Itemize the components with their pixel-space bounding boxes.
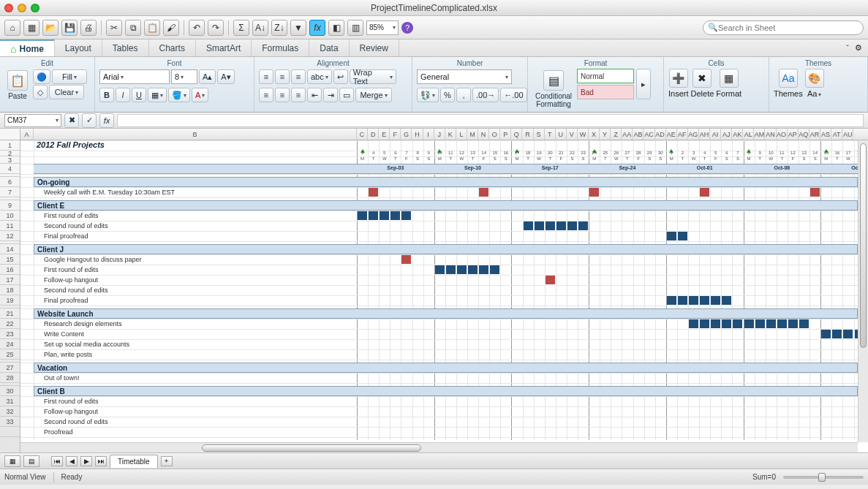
decrease-font-icon[interactable]: A▾ bbox=[217, 69, 234, 84]
cut-icon[interactable]: ✂ bbox=[106, 20, 122, 36]
workbook-icon[interactable]: ▦ bbox=[23, 20, 39, 36]
format-button[interactable]: ▦Format bbox=[716, 69, 741, 98]
grid-area[interactable]: 2012 Fall Projects3456789101112131415161… bbox=[20, 140, 858, 442]
align-middle-icon[interactable]: ≡ bbox=[275, 69, 290, 84]
underline-button[interactable]: U bbox=[132, 88, 146, 102]
cancel-formula-icon[interactable]: ✖ bbox=[64, 113, 79, 128]
align-bottom-icon[interactable]: ≡ bbox=[291, 69, 306, 84]
zoom-slider[interactable] bbox=[783, 476, 864, 479]
increase-decimal-icon[interactable]: .00→ bbox=[472, 88, 499, 102]
col-header[interactable]: AA bbox=[622, 129, 633, 140]
italic-button[interactable]: I bbox=[116, 88, 130, 102]
col-header[interactable]: AD bbox=[655, 129, 666, 140]
col-header[interactable]: AL bbox=[743, 129, 754, 140]
col-header[interactable]: T bbox=[545, 129, 556, 140]
orientation-dropdown[interactable]: abc bbox=[307, 69, 332, 84]
copy-icon[interactable]: ⧉ bbox=[125, 20, 141, 36]
help-icon[interactable]: ? bbox=[401, 22, 413, 34]
row-header[interactable]: 7 bbox=[0, 187, 20, 197]
fx-button[interactable]: fx bbox=[99, 113, 114, 128]
tab-review[interactable]: Review bbox=[350, 39, 399, 56]
row-header[interactable]: 6 bbox=[0, 177, 20, 187]
col-header[interactable]: A bbox=[20, 129, 34, 140]
row-header[interactable]: 11 bbox=[0, 221, 20, 231]
name-box[interactable]: CM37 bbox=[4, 114, 61, 127]
col-header[interactable]: F bbox=[390, 129, 401, 140]
align-top-icon[interactable]: ≡ bbox=[259, 69, 273, 84]
col-header[interactable]: Y bbox=[600, 129, 611, 140]
align-left-icon[interactable]: ≡ bbox=[259, 88, 273, 102]
themes-button[interactable]: AaThemes bbox=[774, 69, 803, 98]
col-header[interactable]: AT bbox=[831, 129, 842, 140]
row-header[interactable]: 23 bbox=[0, 329, 20, 339]
tab-last-icon[interactable]: ⏭ bbox=[95, 456, 107, 466]
font-size-dropdown[interactable]: 8 bbox=[171, 69, 197, 84]
clear-button[interactable]: ◇ bbox=[33, 85, 48, 99]
chart-icon[interactable]: ◧ bbox=[328, 20, 344, 36]
paste-icon[interactable]: 📋 bbox=[144, 20, 160, 36]
col-header[interactable]: L bbox=[456, 129, 467, 140]
increase-indent-icon[interactable]: ⇥ bbox=[323, 88, 338, 102]
row-header[interactable]: 27 bbox=[0, 363, 20, 373]
col-header[interactable]: V bbox=[567, 129, 578, 140]
paste-button[interactable]: 📋Paste bbox=[4, 69, 31, 102]
col-header[interactable]: AP bbox=[788, 129, 799, 140]
redo-icon[interactable]: ↷ bbox=[208, 20, 224, 36]
search-box[interactable]: 🔍 bbox=[703, 20, 864, 35]
col-header[interactable]: O bbox=[489, 129, 500, 140]
col-header[interactable]: X bbox=[589, 129, 600, 140]
col-header[interactable]: AC bbox=[644, 129, 654, 140]
tab-charts[interactable]: Charts bbox=[149, 39, 196, 56]
col-header[interactable]: AM bbox=[754, 129, 765, 140]
tab-first-icon[interactable]: ⏮ bbox=[51, 456, 63, 466]
search-input[interactable] bbox=[718, 23, 858, 32]
percent-button[interactable]: % bbox=[440, 88, 455, 102]
view-normal-icon[interactable]: ▦ bbox=[4, 455, 20, 467]
print-icon[interactable]: 🖨 bbox=[80, 20, 97, 36]
fill-button[interactable]: 🔵 bbox=[33, 69, 50, 84]
col-header[interactable]: AK bbox=[732, 129, 743, 140]
col-header[interactable]: P bbox=[500, 129, 511, 140]
row-header[interactable]: 12 bbox=[0, 231, 20, 241]
style-bad[interactable]: Bad bbox=[577, 85, 634, 99]
currency-dropdown[interactable]: 💱 bbox=[417, 88, 439, 102]
row-header[interactable]: 3 bbox=[0, 156, 20, 164]
col-header[interactable]: M bbox=[467, 129, 478, 140]
align-right-icon[interactable]: ≡ bbox=[291, 88, 306, 102]
row-header[interactable]: 14 bbox=[0, 244, 20, 254]
row-header[interactable]: 18 bbox=[0, 285, 20, 295]
accept-formula-icon[interactable]: ✓ bbox=[82, 113, 97, 128]
col-header[interactable]: AG bbox=[688, 129, 699, 140]
merge-icon[interactable]: ▭ bbox=[339, 88, 354, 102]
style-normal[interactable]: Normal bbox=[577, 69, 634, 83]
tab-home[interactable]: Home bbox=[0, 39, 55, 56]
border-dropdown[interactable]: ▦ bbox=[148, 88, 167, 102]
save-icon[interactable]: 💾 bbox=[61, 20, 78, 36]
row-header[interactable]: 22 bbox=[0, 319, 20, 329]
col-header[interactable]: I bbox=[423, 129, 434, 140]
styles-more-icon[interactable]: ▸ bbox=[636, 69, 651, 99]
open-icon[interactable]: 📂 bbox=[42, 20, 59, 36]
row-header[interactable]: 19 bbox=[0, 295, 20, 306]
tab-prev-icon[interactable]: ◀ bbox=[66, 456, 78, 466]
col-header[interactable]: Z bbox=[611, 129, 622, 140]
fill-color-dropdown[interactable]: 🪣 bbox=[168, 88, 190, 102]
increase-font-icon[interactable]: A▴ bbox=[199, 69, 216, 84]
row-header[interactable]: 15 bbox=[0, 254, 20, 265]
col-header[interactable]: AR bbox=[809, 129, 820, 140]
col-header[interactable]: J bbox=[434, 129, 445, 140]
tab-data[interactable]: Data bbox=[309, 39, 349, 56]
row-header[interactable]: 33 bbox=[0, 417, 20, 427]
clear-dropdown[interactable]: Clear bbox=[49, 85, 84, 99]
format-painter-icon[interactable]: 🖌 bbox=[163, 20, 179, 36]
row-header[interactable]: 4 bbox=[0, 164, 20, 174]
vertical-scrollbar[interactable] bbox=[858, 140, 868, 442]
tab-tables[interactable]: Tables bbox=[102, 39, 149, 56]
decrease-indent-icon[interactable]: ⇤ bbox=[307, 88, 322, 102]
row-header[interactable]: 32 bbox=[0, 406, 20, 417]
autosum-icon[interactable]: Σ bbox=[233, 20, 249, 36]
col-header[interactable]: H bbox=[412, 129, 423, 140]
fx-icon[interactable]: fx bbox=[309, 20, 325, 36]
col-header[interactable]: AS bbox=[820, 129, 831, 140]
row-header[interactable]: 21 bbox=[0, 308, 20, 319]
